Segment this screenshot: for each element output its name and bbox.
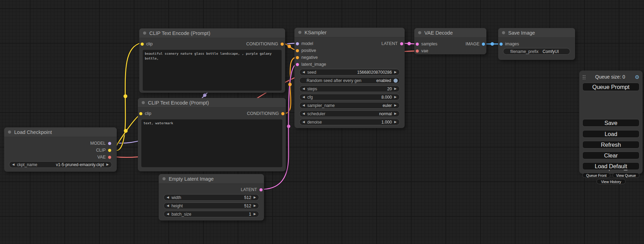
link-dot-conditioning-positive[interactable] — [288, 45, 291, 48]
input-dot-latent-image[interactable] — [296, 63, 299, 66]
input-dot-clip[interactable] — [139, 112, 142, 115]
increment-arrow-icon[interactable]: ▶ — [394, 71, 397, 74]
input-dot-clip[interactable] — [141, 43, 144, 46]
increment-arrow-icon[interactable]: ▶ — [106, 163, 109, 166]
decrement-arrow-icon[interactable]: ◀ — [167, 196, 169, 199]
output-dot-conditioning[interactable] — [281, 112, 284, 115]
increment-arrow-icon[interactable]: ▶ — [254, 213, 256, 216]
ckpt-name-widget[interactable]: ◀ ckpt_name v1-5-pruned-emaonly.ckpt ▶ — [9, 161, 112, 168]
output-dot-image[interactable] — [482, 43, 485, 46]
decrement-arrow-icon[interactable]: ◀ — [167, 204, 169, 207]
node-title-bar[interactable]: CLIP Text Encode (Prompt) — [139, 28, 285, 38]
steps-widget[interactable]: ◀ steps 20 ▶ — [299, 85, 400, 92]
decrement-arrow-icon[interactable]: ◀ — [302, 71, 305, 74]
link-dot-clip-negative[interactable] — [124, 129, 128, 133]
comfy-menu-panel[interactable]: Queue size: 0 ⚙ Queue Prompt Extra optio… — [579, 71, 643, 174]
link-dot-clip-positive[interactable] — [124, 94, 127, 98]
node-vae-decode[interactable]: VAE Decode samples IMAGE vae — [414, 28, 486, 54]
prompt-textarea[interactable]: text, watermark — [141, 119, 282, 167]
queue-prompt-button[interactable]: Queue Prompt — [582, 83, 639, 91]
output-dot-conditioning[interactable] — [281, 43, 284, 46]
refresh-button[interactable]: Refresh — [582, 141, 639, 148]
view-history-button[interactable]: View History — [597, 179, 626, 184]
node-save-image[interactable]: Save Image images filename_prefix ComfyU… — [498, 28, 575, 60]
increment-arrow-icon[interactable]: ▶ — [254, 204, 256, 207]
widget-label: ckpt_name — [17, 162, 37, 167]
batch-size-widget[interactable]: ◀ batch_size 1 ▶ — [164, 211, 259, 217]
node-title-bar[interactable]: CLIP Text Encode (Prompt) — [138, 98, 286, 108]
view-queue-button[interactable]: View Queue — [612, 173, 639, 178]
node-title-bar[interactable]: KSampler — [294, 28, 405, 37]
node-empty-latent-image[interactable]: Empty Latent Image LATENT ◀ width 512 ▶ … — [159, 174, 264, 220]
seed-widget[interactable]: ◀ seed 156680208700286 ▶ — [299, 69, 400, 75]
node-title-bar[interactable]: Load Checkpoint — [4, 127, 117, 137]
output-label-latent: LATENT — [241, 187, 257, 192]
widget-value: ComfyUI — [542, 49, 559, 54]
decrement-arrow-icon[interactable]: ◀ — [302, 87, 305, 90]
node-title-bar[interactable]: Save Image — [498, 28, 575, 38]
settings-gear-icon[interactable]: ⚙ — [635, 74, 639, 80]
decrement-arrow-icon[interactable]: ◀ — [302, 96, 305, 99]
input-label-latent-image: latent_image — [301, 62, 326, 67]
prompt-textarea[interactable]: beautiful scenery nature glass bottle la… — [143, 50, 282, 91]
input-label-vae: vae — [421, 48, 428, 53]
input-dot-vae[interactable] — [416, 49, 419, 53]
decrement-arrow-icon[interactable]: ◀ — [302, 104, 305, 107]
width-widget[interactable]: ◀ width 512 ▶ — [164, 194, 259, 201]
link-dot-latent-output[interactable] — [407, 42, 411, 45]
node-clip-text-encode-positive[interactable]: CLIP Text Encode (Prompt) clip CONDITION… — [139, 28, 285, 93]
node-clip-text-encode-negative[interactable]: CLIP Text Encode (Prompt) clip CONDITION… — [138, 98, 286, 171]
height-widget[interactable]: ◀ height 512 ▶ — [164, 202, 259, 209]
queue-front-button[interactable]: Queue Front — [582, 173, 610, 178]
sampler-name-widget[interactable]: ◀ sampler_name euler ▶ — [299, 102, 400, 109]
output-dot-vae[interactable] — [108, 156, 111, 159]
output-dot-model[interactable] — [108, 142, 111, 145]
output-dot-latent[interactable] — [259, 188, 263, 191]
node-status-dot — [142, 101, 145, 104]
widget-value: 156680208700286 — [357, 70, 392, 75]
node-title-bar[interactable]: VAE Decode — [414, 28, 486, 38]
link-dot-image[interactable] — [491, 42, 494, 46]
filename-prefix-widget[interactable]: filename_prefix ComfyUI — [503, 48, 570, 55]
input-dot-images[interactable] — [500, 43, 503, 46]
denoise-widget[interactable]: ◀ denoise 1.000 ▶ — [299, 119, 400, 125]
node-ksampler[interactable]: KSampler model LATENT positive negative … — [294, 28, 405, 128]
node-load-checkpoint[interactable]: Load Checkpoint MODEL CLIP VAE ◀ ckpt_na… — [4, 127, 117, 172]
node-status-dot — [162, 177, 166, 180]
increment-arrow-icon[interactable]: ▶ — [394, 96, 397, 99]
save-button[interactable]: Save — [582, 119, 639, 127]
input-dot-positive[interactable] — [296, 49, 299, 52]
input-dot-model[interactable] — [296, 42, 299, 45]
random-seed-toggle-widget[interactable]: Random seed after every gen enabled — [299, 77, 400, 84]
input-dot-negative[interactable] — [296, 56, 299, 59]
increment-arrow-icon[interactable]: ▶ — [254, 196, 256, 199]
clear-button[interactable]: Clear — [582, 152, 639, 159]
increment-arrow-icon[interactable]: ▶ — [394, 87, 397, 90]
increment-arrow-icon[interactable]: ▶ — [394, 120, 397, 124]
toggle-dot[interactable] — [394, 79, 398, 83]
increment-arrow-icon[interactable]: ▶ — [394, 112, 397, 115]
cfg-widget[interactable]: ◀ cfg 8.000 ▶ — [299, 94, 400, 100]
widget-value: 8.000 — [381, 95, 392, 100]
decrement-arrow-icon[interactable]: ◀ — [302, 120, 305, 124]
link-dot-conditioning-negative[interactable] — [288, 83, 292, 86]
link-dot-model[interactable] — [203, 93, 206, 97]
output-dot-clip[interactable] — [108, 149, 111, 152]
node-title: VAE Decode — [424, 30, 453, 36]
decrement-arrow-icon[interactable]: ◀ — [167, 213, 169, 216]
input-dot-samples[interactable] — [416, 43, 419, 46]
node-status-dot — [418, 31, 421, 34]
comfyui-canvas[interactable]: { "colors": { "model": "#b9a8e8", "clip"… — [0, 0, 644, 244]
drag-handle-icon[interactable] — [582, 75, 585, 79]
node-title-bar[interactable]: Empty Latent Image — [159, 174, 264, 184]
decrement-arrow-icon[interactable]: ◀ — [12, 163, 15, 166]
decrement-arrow-icon[interactable]: ◀ — [302, 112, 305, 115]
load-button[interactable]: Load — [582, 130, 639, 138]
link-dot-latent-input[interactable] — [287, 125, 290, 128]
output-dot-latent[interactable] — [400, 42, 403, 45]
load-default-button[interactable]: Load Default — [582, 162, 639, 170]
increment-arrow-icon[interactable]: ▶ — [394, 104, 397, 107]
scheduler-widget[interactable]: ◀ scheduler normal ▶ — [299, 110, 400, 117]
input-label-clip: clip — [146, 42, 153, 46]
node-title: Save Image — [508, 30, 535, 36]
